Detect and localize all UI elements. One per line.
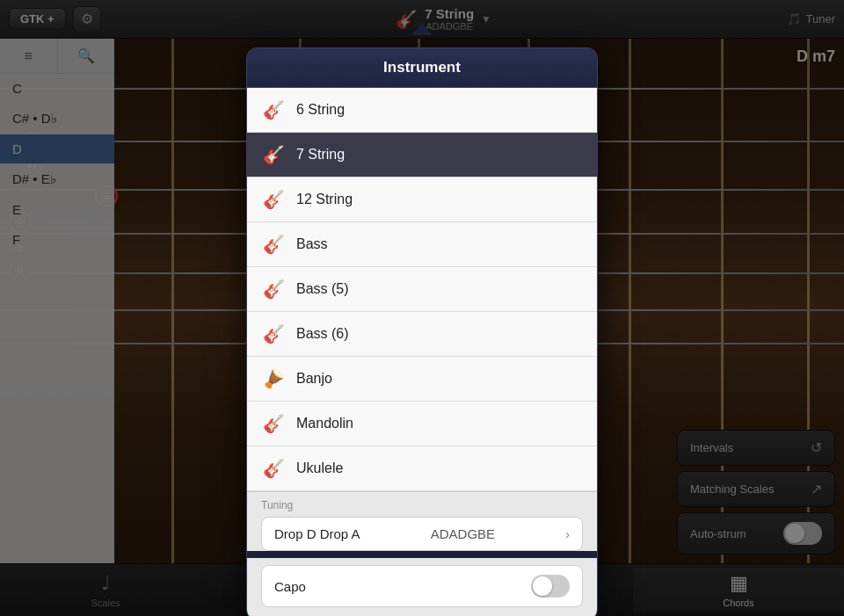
instrument-ukulele-label: Ukulele [296,460,343,476]
instrument-6string-label: 6 String [296,102,345,118]
capo-toggle[interactable] [531,575,570,598]
ukulele-icon: 🎸 [261,456,286,481]
tuning-section-label: Tuning [261,499,583,511]
instrument-bass6-label: Bass (6) [296,326,349,342]
bass-icon: 🎸 [261,232,286,257]
instrument-item-7string[interactable]: 🎸 7 String [247,133,597,178]
guitar-6string-icon: 🎸 [261,98,286,122]
instrument-list: 🎸 6 String 🎸 7 String 🎸 12 String 🎸 Bass… [247,88,597,491]
instrument-item-6string[interactable]: 🎸 6 String [247,88,597,133]
instrument-item-bass5[interactable]: 🎸 Bass (5) [247,267,597,312]
instrument-7string-label: 7 String [296,147,345,163]
guitar-12string-icon: 🎸 [261,187,286,212]
instrument-bass-label: Bass [296,236,328,252]
capo-toggle-knob [533,576,552,596]
guitar-7string-icon: 🎸 [261,142,286,167]
bass5-icon: 🎸 [261,277,286,301]
modal-overlay: Instrument 🎸 6 String 🎸 7 String 🎸 12 St… [0,0,844,616]
instrument-item-mandolin[interactable]: 🎸 Mandolin [247,402,597,446]
tuning-chevron-icon: › [565,527,570,541]
banjo-icon: 🪘 [261,366,286,391]
bass6-icon: 🎸 [261,322,286,346]
tuning-selector[interactable]: Drop D Drop A ADADGBE › [261,517,583,551]
modal-title: Instrument [383,59,461,76]
instrument-item-banjo[interactable]: 🪘 Banjo [247,357,597,402]
instrument-item-12string[interactable]: 🎸 12 String [247,178,597,222]
mandolin-icon: 🎸 [261,411,286,436]
instrument-item-bass[interactable]: 🎸 Bass [247,222,597,267]
instrument-item-ukulele[interactable]: 🎸 Ukulele [247,446,597,491]
modal-header: Instrument [247,48,597,88]
tuning-value: ADADGBE [431,526,495,541]
modal-arrow [411,23,433,35]
instrument-item-bass6[interactable]: 🎸 Bass (6) [247,312,597,357]
instrument-modal: Instrument 🎸 6 String 🎸 7 String 🎸 12 St… [246,47,598,616]
tuning-section: Tuning Drop D Drop A ADADGBE › [247,491,597,551]
instrument-banjo-label: Banjo [296,371,332,387]
capo-label: Capo [274,579,306,594]
tuning-name: Drop D Drop A [274,526,360,541]
capo-row[interactable]: Capo [261,565,583,607]
capo-section: Capo [247,558,597,616]
instrument-mandolin-label: Mandolin [296,416,353,431]
instrument-12string-label: 12 String [296,192,353,207]
instrument-bass5-label: Bass (5) [296,281,349,297]
